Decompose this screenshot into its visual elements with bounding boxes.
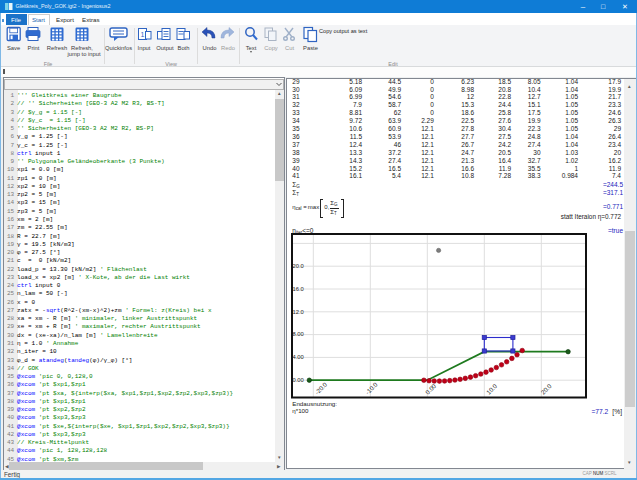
svg-text:4.00: 4.00	[293, 354, 304, 360]
svg-text:1: 1	[141, 31, 145, 38]
svg-text:0.00: 0.00	[293, 377, 304, 383]
svg-text:16.0: 16.0	[293, 286, 304, 292]
svg-text:20.0: 20.0	[293, 263, 304, 269]
svg-text:8.00: 8.00	[293, 331, 304, 337]
svg-text:12.0: 12.0	[293, 309, 304, 315]
